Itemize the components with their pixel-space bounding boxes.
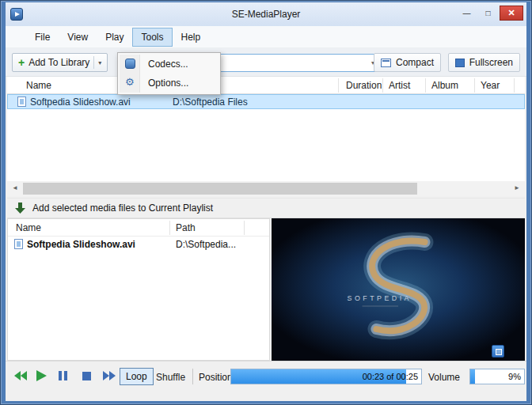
- titlebar: SE-MediaPlayer — □ ✕: [6, 2, 526, 26]
- add-to-library-label: Add To Library: [28, 57, 89, 68]
- scroll-left-icon[interactable]: ◄: [12, 184, 18, 191]
- maximize-icon: □: [485, 9, 490, 17]
- column-header-artist[interactable]: Artist: [389, 80, 410, 91]
- chevron-down-icon[interactable]: ▾: [98, 59, 101, 66]
- media-file-icon: [17, 97, 26, 107]
- compact-window-icon: [381, 59, 391, 67]
- column-header-year[interactable]: Year: [481, 80, 500, 91]
- position-label: Position: [199, 372, 233, 383]
- menu-view[interactable]: View: [59, 28, 97, 47]
- fullscreen-button[interactable]: Fullscreen: [448, 53, 520, 72]
- compact-button[interactable]: Compact: [374, 53, 441, 72]
- playlist-header-name[interactable]: Name: [16, 222, 41, 233]
- menu-tools[interactable]: Tools: [132, 28, 172, 47]
- close-icon: ✕: [507, 8, 515, 18]
- pause-icon: [56, 369, 70, 382]
- column-separator: [169, 221, 170, 235]
- library-row[interactable]: Softpedia Slideshow.avi D:\Softpedia Fil…: [7, 94, 525, 109]
- client-area: File View Play Tools Help + Add To Libra…: [6, 26, 526, 399]
- stop-button[interactable]: [80, 369, 94, 382]
- menu-file[interactable]: File: [26, 28, 59, 47]
- playlist-row[interactable]: Softpedia Slideshow.avi D:\Softpedia...: [8, 237, 269, 252]
- toolbar: + Add To Library ▾ ✕ ▾ Compact Fullscree…: [6, 48, 526, 77]
- plus-icon: +: [18, 57, 25, 68]
- volume-slider[interactable]: 9%: [469, 369, 525, 384]
- add-to-playlist-bar[interactable]: Add selected media files to Current Play…: [7, 198, 525, 218]
- window-title: SE-MediaPlayer: [6, 9, 526, 20]
- volume-label: Volume: [428, 372, 460, 383]
- previous-button[interactable]: [13, 369, 28, 382]
- scroll-right-icon[interactable]: ►: [514, 184, 520, 191]
- tools-menu-dropdown: Codecs... ⚙ Options...: [117, 52, 221, 95]
- close-button[interactable]: ✕: [500, 6, 523, 21]
- add-to-playlist-label: Add selected media files to Current Play…: [32, 202, 213, 214]
- column-separator: [244, 221, 245, 235]
- playlist-row-path: D:\Softpedia...: [176, 239, 236, 250]
- fullscreen-label: Fullscreen: [469, 57, 513, 68]
- app-window: SE-MediaPlayer — □ ✕ File View Play Tool…: [0, 0, 532, 405]
- menubar: File View Play Tools Help: [6, 26, 526, 48]
- volume-percent-text: 9%: [508, 372, 521, 381]
- softpedia-watermark: SOFTPEDIA: [348, 294, 412, 302]
- playlist-row-name: Softpedia Slideshow.avi: [27, 239, 135, 250]
- playlist-column-headers: Name Path: [8, 219, 269, 237]
- video-overlay-icon[interactable]: [492, 345, 504, 358]
- playlist-header-path[interactable]: Path: [176, 222, 196, 233]
- column-separator: [382, 78, 383, 93]
- maximize-button[interactable]: □: [478, 6, 498, 21]
- column-header-duration[interactable]: Duration: [346, 80, 382, 91]
- minimize-button[interactable]: —: [457, 6, 477, 21]
- playback-controls: Loop Shuffle Position 00:23 of 00:25 Vol…: [6, 361, 526, 401]
- codecs-label: Codecs...: [148, 59, 188, 70]
- library-list: Softpedia Slideshow.avi D:\Softpedia Fil…: [7, 94, 525, 181]
- compact-label: Compact: [396, 57, 434, 68]
- volume-fill: [470, 369, 475, 384]
- shuffle-button[interactable]: Shuffle: [156, 372, 185, 383]
- previous-icon: [13, 369, 28, 382]
- menu-help[interactable]: Help: [173, 28, 210, 47]
- menu-play[interactable]: Play: [97, 28, 132, 47]
- next-button[interactable]: [102, 369, 116, 382]
- position-slider[interactable]: 00:23 of 00:25: [230, 369, 422, 384]
- options-gear-icon: ⚙: [125, 77, 135, 87]
- loop-label: Loop: [126, 371, 147, 382]
- window-buttons: — □ ✕: [457, 6, 523, 21]
- column-header-name[interactable]: Name: [26, 80, 51, 91]
- next-icon: [102, 369, 116, 382]
- add-to-library-button[interactable]: + Add To Library ▾: [12, 53, 108, 72]
- watermark-subline: [363, 305, 398, 307]
- album-art: SOFTPEDIA: [272, 218, 525, 361]
- menu-item-options[interactable]: ⚙ Options...: [120, 74, 218, 93]
- play-icon: [34, 369, 48, 382]
- column-header-album[interactable]: Album: [431, 80, 458, 91]
- down-arrow-icon: [15, 202, 25, 214]
- column-separator: [474, 78, 475, 93]
- options-label: Options...: [148, 78, 188, 89]
- menu-item-codecs[interactable]: Codecs...: [120, 55, 218, 74]
- minimize-icon: —: [463, 9, 471, 17]
- loop-button[interactable]: Loop: [120, 368, 154, 385]
- pause-button[interactable]: [56, 369, 70, 382]
- codecs-icon: [125, 59, 135, 69]
- column-separator: [425, 78, 426, 93]
- scrollbar-thumb[interactable]: [23, 183, 417, 195]
- button-divider: [93, 56, 94, 69]
- media-file-icon: [14, 239, 23, 249]
- stop-icon: [80, 369, 94, 382]
- video-panel[interactable]: SOFTPEDIA: [272, 218, 525, 361]
- fullscreen-icon: [455, 59, 465, 67]
- column-separator: [338, 78, 339, 93]
- library-column-headers: Name Duration Artist Album Year: [7, 77, 525, 94]
- library-row-path: D:\Softpedia Files: [173, 97, 248, 108]
- horizontal-scrollbar[interactable]: ◄ ►: [7, 181, 525, 196]
- library-row-name: Softpedia Slideshow.avi: [30, 97, 131, 108]
- position-time-text: 00:23 of 00:25: [363, 372, 418, 381]
- playlist-panel: Name Path Softpedia Slideshow.avi D:\Sof…: [7, 218, 270, 361]
- controls-separator: [192, 369, 193, 384]
- app-icon: [10, 8, 23, 21]
- play-button[interactable]: [34, 369, 48, 382]
- column-separator: [514, 78, 515, 93]
